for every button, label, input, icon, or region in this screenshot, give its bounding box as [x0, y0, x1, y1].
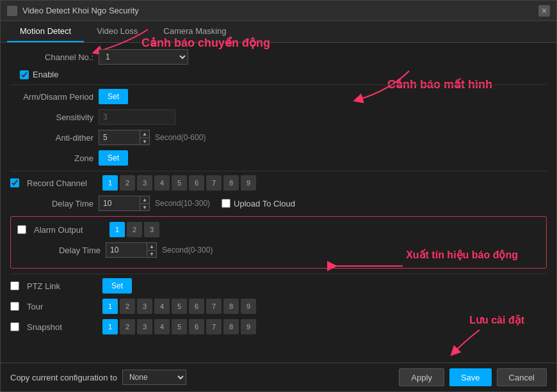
alarm-delay-label: Delay Time: [17, 246, 101, 255]
anti-dither-row: Anti-dither 5 ▲ ▼ Second(0-600): [10, 130, 547, 145]
alarm-delay-up[interactable]: ▲: [147, 243, 156, 250]
delay-time-value: 10: [99, 198, 140, 209]
record-channel-checkbox[interactable]: [10, 178, 19, 187]
anti-dither-spinbox[interactable]: 5 ▲ ▼: [99, 130, 150, 145]
tour-ch-5[interactable]: 5: [172, 299, 187, 314]
divider-1: [10, 84, 547, 85]
copy-config-label: Copy current configuration to: [10, 373, 117, 382]
ptz-link-row: PTZ Link Set: [10, 278, 547, 294]
snapshot-row: Snapshot 1 2 3 4 5 6 7 8 9: [10, 319, 547, 334]
record-ch-2[interactable]: 2: [120, 175, 135, 191]
alarm-output-row: Alarm Output 1 2 3: [17, 222, 540, 237]
footer-left: Copy current configuration to None: [10, 370, 186, 385]
footer-right: Apply Save Cancel: [399, 368, 547, 386]
snapshot-ch-2[interactable]: 2: [120, 319, 135, 334]
record-ch-8[interactable]: 8: [223, 175, 239, 191]
enable-row: Enable: [10, 70, 547, 79]
record-ch-9[interactable]: 9: [241, 175, 256, 191]
alarm-delay-row: Delay Time 10 ▲ ▼ Second(0-300): [17, 242, 540, 258]
tour-ch-2[interactable]: 2: [120, 299, 135, 314]
record-ch-3[interactable]: 3: [137, 175, 152, 191]
delay-down[interactable]: ▼: [140, 203, 149, 211]
sensitivity-input: 3: [99, 109, 175, 125]
title-bar: Video Detect Khoi Ngo Security ✕: [1, 1, 556, 21]
alarm-ch-3[interactable]: 3: [144, 222, 159, 237]
channel-label: Channel No.:: [10, 52, 93, 62]
divider-3: [10, 274, 547, 274]
snapshot-ch-5[interactable]: 5: [172, 319, 187, 334]
zone-label: Zone: [10, 153, 93, 163]
upload-cloud-row: Upload To Cloud: [222, 199, 295, 208]
anti-dither-arrows: ▲ ▼: [140, 130, 149, 145]
tab-bar: Motion Detect Video Loss Camera Masking: [1, 21, 556, 43]
alarm-ch-2[interactable]: 2: [127, 222, 142, 237]
anti-dither-up[interactable]: ▲: [140, 130, 149, 137]
alarm-ch-1[interactable]: 1: [109, 222, 125, 237]
alarm-delay-value: 10: [106, 244, 147, 256]
upload-cloud-label: Upload To Cloud: [234, 199, 295, 208]
channel-row: Channel No.: 1 2 3 4: [10, 49, 547, 65]
snapshot-ch-3[interactable]: 3: [137, 319, 152, 334]
copy-config-select[interactable]: None: [122, 370, 186, 385]
cancel-button[interactable]: Cancel: [497, 368, 547, 386]
snapshot-ch-4[interactable]: 4: [154, 319, 170, 334]
alarm-delay-arrows: ▲ ▼: [147, 243, 156, 257]
tab-camera-masking[interactable]: Camera Masking: [150, 21, 239, 42]
alarm-delay-spinbox[interactable]: 10 ▲ ▼: [106, 242, 157, 258]
save-button[interactable]: Save: [449, 368, 492, 386]
sensitivity-label: Sensitivity: [10, 113, 93, 122]
alarm-output-checkbox[interactable]: [17, 225, 26, 234]
enable-checkbox[interactable]: [20, 70, 29, 79]
ptz-link-checkbox[interactable]: [10, 281, 19, 290]
delay-time-unit: Second(10-300): [155, 199, 210, 208]
record-ch-6[interactable]: 6: [189, 175, 204, 191]
app-icon: [7, 6, 17, 16]
tour-ch-9[interactable]: 9: [241, 299, 256, 314]
sensitivity-row: Sensitivity 3: [10, 109, 547, 125]
anti-dither-down[interactable]: ▼: [140, 137, 149, 145]
delay-up[interactable]: ▲: [140, 196, 149, 203]
zone-set-button[interactable]: Set: [99, 150, 128, 166]
close-button[interactable]: ✕: [538, 5, 550, 17]
upload-cloud-checkbox[interactable]: [222, 199, 230, 208]
snapshot-ch-7[interactable]: 7: [206, 319, 222, 334]
record-channel-row: Record Channel 1 2 3 4 5 6 7 8 9: [10, 175, 547, 191]
dialog-title: Video Detect Khoi Ngo Security: [22, 6, 139, 15]
channel-select[interactable]: 1 2 3 4: [99, 49, 188, 65]
tour-ch-1[interactable]: 1: [102, 299, 118, 314]
delay-time-row: Delay Time 10 ▲ ▼ Second(10-300) Upload …: [10, 196, 547, 211]
delay-time-label: Delay Time: [10, 199, 93, 208]
anti-dither-label: Anti-dither: [10, 133, 93, 143]
record-ch-5[interactable]: 5: [172, 175, 187, 191]
delay-arrows: ▲ ▼: [140, 196, 149, 210]
record-channel-label: Record Channel: [27, 178, 97, 188]
tour-ch-7[interactable]: 7: [206, 299, 222, 314]
snapshot-ch-9[interactable]: 9: [241, 319, 256, 334]
tour-checkbox[interactable]: [10, 302, 19, 311]
record-ch-7[interactable]: 7: [206, 175, 222, 191]
tour-ch-6[interactable]: 6: [189, 299, 204, 314]
arm-disarm-set-button[interactable]: Set: [99, 89, 128, 104]
tab-video-loss[interactable]: Video Loss: [84, 21, 150, 42]
snapshot-ch-6[interactable]: 6: [189, 319, 204, 334]
alarm-output-label: Alarm Output: [34, 225, 104, 235]
ptz-link-set-button[interactable]: Set: [102, 278, 132, 294]
tour-ch-3[interactable]: 3: [137, 299, 152, 314]
snapshot-ch-8[interactable]: 8: [223, 319, 239, 334]
tab-motion-detect[interactable]: Motion Detect: [7, 21, 84, 42]
ptz-link-label: PTZ Link: [27, 281, 97, 291]
divider-2: [10, 171, 547, 171]
snapshot-label: Snapshot: [27, 322, 97, 332]
zone-row: Zone Set: [10, 150, 547, 166]
alarm-delay-down[interactable]: ▼: [147, 250, 156, 258]
apply-button[interactable]: Apply: [399, 368, 444, 386]
snapshot-checkbox[interactable]: [10, 322, 19, 331]
anti-dither-value: 5: [99, 132, 140, 143]
record-ch-1[interactable]: 1: [102, 175, 118, 191]
snapshot-ch-1[interactable]: 1: [102, 319, 118, 334]
tour-ch-8[interactable]: 8: [223, 299, 239, 314]
record-ch-4[interactable]: 4: [154, 175, 170, 191]
content-area: Channel No.: 1 2 3 4 Enable Arm/Disarm P…: [1, 43, 556, 363]
tour-ch-4[interactable]: 4: [154, 299, 170, 314]
delay-time-spinbox[interactable]: 10 ▲ ▼: [99, 196, 150, 211]
